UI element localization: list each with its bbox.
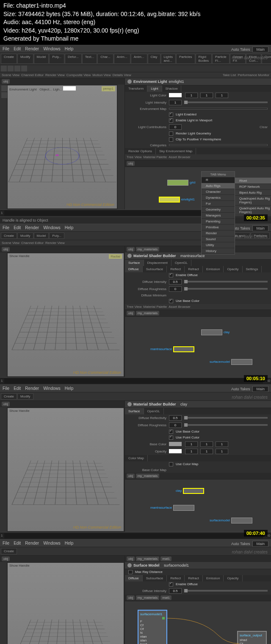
checkbox[interactable] xyxy=(169,299,173,303)
menu-edit[interactable]: Edit xyxy=(14,47,21,51)
submenu-item[interactable]: ROP Network xyxy=(235,184,271,190)
gear-icon[interactable] xyxy=(127,254,132,258)
tab[interactable]: Render Options xyxy=(125,148,156,154)
vop-node-out[interactable]: surface_output shad Cf Of Af N xyxy=(237,631,267,644)
network-vop[interactable]: surfacemodel1 F Cf Of N ntan stan tranf … xyxy=(125,601,271,644)
path[interactable]: obj xyxy=(2,247,10,252)
vop-node[interactable]: surfacemodel1 F Cf Of N ntan stan tranf … xyxy=(138,610,167,644)
pane-tab[interactable]: Details View xyxy=(113,73,131,77)
shelf-tab[interactable]: Defor... xyxy=(65,54,82,64)
submenu-item[interactable]: Quadruped Auto Rig (5 Fingers) xyxy=(235,206,271,215)
tab[interactable]: Surface xyxy=(125,260,144,266)
tab-transform[interactable]: Transform xyxy=(125,85,147,92)
menu-windows[interactable]: Windows xyxy=(43,225,61,230)
field[interactable]: 0.5 xyxy=(169,279,182,285)
shelf-tab[interactable]: Rigid Bodies xyxy=(196,54,212,64)
path[interactable]: obj xyxy=(127,311,135,315)
tab[interactable]: Asset Browser xyxy=(169,305,191,309)
path[interactable]: my_materials xyxy=(136,247,160,252)
menu-help[interactable]: Help xyxy=(65,47,74,51)
menu-help[interactable]: Help xyxy=(65,225,74,230)
pane-tab[interactable]: Render View xyxy=(45,73,65,77)
submenu-item[interactable]: Rivet xyxy=(235,178,271,184)
subtab[interactable]: Refract xyxy=(185,266,203,272)
shelf-tab[interactable]: Char... xyxy=(97,54,113,64)
submenu-item[interactable]: Quadruped Auto Rig (4 Fingers) xyxy=(235,196,271,206)
menu-item[interactable]: Managers xyxy=(202,213,235,219)
menu-windows[interactable]: Windows xyxy=(43,386,61,391)
tool-icon[interactable] xyxy=(1,85,7,91)
gear-icon[interactable] xyxy=(127,79,132,84)
subtab[interactable]: Reflect xyxy=(167,266,185,272)
pane-tab[interactable]: Motion View xyxy=(92,73,111,77)
net-path[interactable]: obj xyxy=(127,161,135,166)
field[interactable] xyxy=(169,108,268,110)
tab[interactable]: OpenGL xyxy=(171,260,191,266)
menu-item[interactable]: Geometry xyxy=(202,207,235,213)
tool-icon[interactable] xyxy=(1,92,7,98)
shelf-tab[interactable]: Model xyxy=(34,54,49,64)
takes-dd[interactable]: Main xyxy=(252,225,268,231)
pane-tab[interactable]: Composite View xyxy=(66,73,91,77)
field[interactable] xyxy=(169,144,268,146)
node[interactable]: surfacemodel xyxy=(210,518,252,523)
slider[interactable] xyxy=(184,101,268,103)
menu-item[interactable]: Render xyxy=(202,230,235,236)
menu-item[interactable]: Auto Rigs xyxy=(202,183,235,189)
checkbox[interactable] xyxy=(169,137,173,142)
net-tab[interactable]: Material Palette xyxy=(144,155,167,159)
tool-icon[interactable] xyxy=(21,66,27,71)
menu-file[interactable]: File xyxy=(3,225,9,230)
checkbox[interactable] xyxy=(169,118,173,123)
shelf-tab[interactable]: Particle Fl... xyxy=(212,54,230,64)
shelf-tab[interactable]: Lights and... xyxy=(161,54,176,64)
menu-windows[interactable]: Windows xyxy=(43,47,61,51)
pane-tab[interactable]: Take List xyxy=(223,73,236,77)
field[interactable]: 1 xyxy=(200,93,213,98)
path-obj[interactable]: obj xyxy=(2,79,10,84)
subtab[interactable]: Emission xyxy=(203,266,224,272)
menu-item[interactable]: For xyxy=(202,201,235,207)
slider[interactable] xyxy=(184,281,268,282)
net-tab[interactable]: Tree View xyxy=(127,155,142,159)
pane-tab[interactable]: Channel Editor xyxy=(21,241,44,245)
color-swatch[interactable] xyxy=(169,93,182,97)
menu-render[interactable]: Render xyxy=(25,47,39,51)
tool-icon[interactable] xyxy=(1,66,7,71)
menu-item[interactable]: History xyxy=(202,248,235,254)
checkbox[interactable] xyxy=(169,273,173,277)
path[interactable]: my_materials xyxy=(136,311,160,315)
checkbox[interactable] xyxy=(169,112,173,117)
node-surf[interactable]: surfacemodel xyxy=(210,359,252,365)
subtab[interactable]: Subsurface xyxy=(143,266,167,272)
menu-render[interactable]: Render xyxy=(25,386,39,391)
pane-tab[interactable]: Render View xyxy=(45,241,65,245)
node-mantra[interactable]: mantrasurface xyxy=(150,346,194,352)
node[interactable]: clay xyxy=(176,488,204,494)
menu-item[interactable]: Primitive xyxy=(202,225,235,230)
shelf-tab[interactable]: Create xyxy=(1,233,17,239)
menu-help[interactable]: Help xyxy=(65,386,74,391)
menu-edit[interactable]: Edit xyxy=(14,386,21,391)
tab-light[interactable]: Light xyxy=(147,85,162,92)
takes-dropdown[interactable]: Main xyxy=(252,47,268,52)
shelf-tab[interactable]: Model xyxy=(34,233,49,239)
gear-icon[interactable] xyxy=(127,563,132,567)
menu-item[interactable]: Character xyxy=(202,189,235,195)
color-swatch[interactable] xyxy=(63,86,76,90)
shelf-tab[interactable]: Poly... xyxy=(49,54,64,64)
tab[interactable]: Material Palette xyxy=(144,305,167,309)
clear-button[interactable]: Clear xyxy=(260,125,268,129)
tab[interactable]: Sky Environment Map xyxy=(156,148,196,154)
menu-item[interactable]: Parenting xyxy=(202,219,235,225)
shelf-tab[interactable]: Poly... xyxy=(49,233,64,239)
subtab[interactable]: Settings xyxy=(243,266,262,272)
path[interactable]: obj xyxy=(127,247,135,252)
tool-icon[interactable] xyxy=(14,66,20,71)
slider[interactable] xyxy=(184,288,268,290)
shelf-tab[interactable]: Particles xyxy=(176,54,195,64)
shelf-tab[interactable]: Clay xyxy=(148,54,160,64)
viewport[interactable]: Show Handle HD Non-Commercial Edition xyxy=(8,563,124,644)
pane-tab[interactable]: Performance Monitor xyxy=(238,73,269,77)
menu-file[interactable]: File xyxy=(3,386,9,391)
